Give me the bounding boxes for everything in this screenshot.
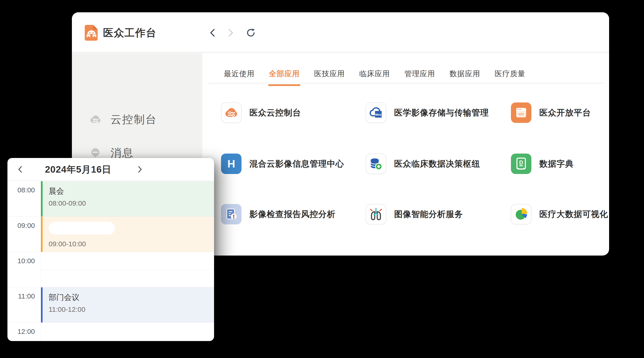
event-department-meeting[interactable]: 部门会议 11:00-12:00: [41, 287, 214, 323]
tab-all-apps[interactable]: 全部应用: [269, 69, 300, 85]
app-image-storage-transfer[interactable]: Mos 医学影像存储与传输管理: [366, 102, 489, 123]
calendar-next-day-button[interactable]: [135, 165, 144, 174]
app-name: 医众云控制台: [250, 107, 301, 119]
report-alert-icon: [221, 204, 242, 224]
event-time: 09:00-10:00: [49, 239, 214, 248]
app-name: 医疗大数据可视化: [539, 209, 608, 220]
chevron-right-icon: [135, 165, 144, 174]
chevron-right-icon: [225, 28, 236, 38]
lungs-icon: [366, 204, 386, 224]
calendar-panel: 2024年5月16日 08:00 晨会 08:00-09:00 09:00: [8, 158, 214, 341]
chevron-left-icon: [16, 165, 25, 174]
refresh-icon: [246, 28, 256, 38]
tab-clinical-apps[interactable]: 临床应用: [359, 69, 390, 85]
app-cloud-console[interactable]: 医众云控制台: [221, 102, 301, 123]
app-name: 医学影像存储与传输管理: [394, 107, 489, 119]
app-name: 数据字典: [539, 158, 574, 170]
calendar-row-10: 10:00: [8, 252, 214, 287]
event-title: 部门会议: [49, 293, 214, 302]
desktop-background: 医众工作台: [0, 0, 644, 358]
database-plus-icon: [366, 154, 386, 174]
letter-h-icon: H: [221, 154, 242, 174]
app-clinical-data-hub[interactable]: 医众临床数据决策枢纽: [366, 153, 480, 174]
code-window-icon: </>: [511, 102, 532, 123]
tab-data-apps[interactable]: 数据应用: [450, 69, 480, 85]
app-image-ai-analysis[interactable]: 图像智能分析服务: [366, 204, 463, 225]
calendar-header: 2024年5月16日: [8, 158, 214, 181]
window-header: 医众工作台: [72, 12, 609, 52]
calendar-row-08: 08:00 晨会 08:00-09:00: [8, 181, 214, 216]
window-title: 医众工作台: [103, 24, 156, 41]
calendar-row-11: 11:00 部门会议 11:00-12:00: [8, 287, 214, 323]
calendar-prev-day-button[interactable]: [16, 165, 25, 174]
refresh-button[interactable]: [246, 28, 256, 38]
time-label: 09:00: [8, 222, 35, 229]
svg-text:Mos: Mos: [375, 113, 381, 116]
back-button[interactable]: [208, 28, 218, 38]
app-data-dictionary[interactable]: D 数据字典: [511, 153, 574, 174]
app-name: 医众临床数据决策枢纽: [394, 158, 480, 170]
app-name: 医众开放平台: [539, 107, 591, 119]
svg-text:D: D: [519, 160, 523, 166]
app-hybrid-cloud-imaging-center[interactable]: H 混合云影像信息管理中心: [221, 153, 344, 174]
app-name: 混合云影像信息管理中心: [250, 158, 344, 170]
app-name: 影像检查报告风控分析: [250, 209, 336, 220]
chevron-left-icon: [208, 28, 218, 38]
cloud-sliders-icon: [221, 102, 242, 123]
tab-medical-quality[interactable]: 医疗质量: [495, 69, 525, 85]
dictionary-book-icon: D: [511, 154, 532, 174]
tab-recently-used[interactable]: 最近使用: [224, 69, 254, 85]
event-morning-meeting[interactable]: 晨会 08:00-09:00: [41, 181, 214, 216]
app-name: 图像智能分析服务: [394, 209, 463, 220]
sidebar-item-cloud-console[interactable]: 云控制台: [89, 110, 196, 129]
tabs-divider: [208, 83, 604, 83]
cloud-icon: [89, 113, 102, 126]
redacted-event-title: [49, 222, 115, 234]
app-category-tabs: 最近使用 全部应用 医技应用 临床应用 管理应用 数据应用 医疗质量: [224, 69, 525, 85]
event-time: 08:00-09:00: [49, 199, 214, 208]
svg-text:</>: </>: [518, 112, 524, 116]
calendar-row-12: 12:00: [8, 323, 214, 341]
tab-management-apps[interactable]: 管理应用: [404, 69, 435, 85]
time-label: 08:00: [8, 186, 35, 194]
forward-button[interactable]: [225, 28, 236, 38]
time-label: 12:00: [8, 328, 35, 336]
calendar-row-09: 09:00 09:00-10:00: [8, 216, 214, 252]
app-logo-icon: [83, 24, 100, 41]
cloud-mos-icon: Mos: [366, 102, 386, 123]
time-column-divider: [41, 181, 41, 341]
sidebar-item-label: 云控制台: [110, 112, 157, 127]
event-time: 11:00-12:00: [49, 305, 214, 314]
calendar-date: 2024年5月16日: [36, 158, 120, 181]
event-redacted[interactable]: 09:00-10:00: [41, 217, 214, 252]
tab-medtech-apps[interactable]: 医技应用: [314, 69, 345, 85]
calendar-day-grid: 08:00 晨会 08:00-09:00 09:00 09:00-10:00 1…: [8, 181, 214, 341]
pie-chart-icon: [511, 204, 532, 224]
app-big-data-visualization[interactable]: 医疗大数据可视化: [511, 204, 608, 225]
app-open-platform[interactable]: </> 医众开放平台: [511, 102, 591, 123]
app-report-risk-analysis[interactable]: 影像检查报告风控分析: [221, 204, 336, 225]
time-label: 10:00: [8, 257, 35, 265]
time-label: 11:00: [8, 292, 35, 300]
message-icon: [89, 146, 102, 160]
event-title: 晨会: [49, 186, 214, 196]
